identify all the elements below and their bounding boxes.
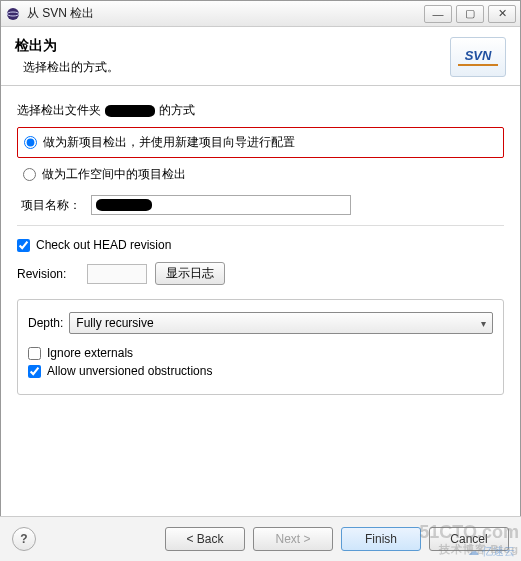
- separator: [17, 225, 504, 226]
- finish-button[interactable]: Finish: [341, 527, 421, 551]
- next-button[interactable]: Next >: [253, 527, 333, 551]
- help-button[interactable]: ?: [12, 527, 36, 551]
- redacted-project-name: [96, 199, 152, 211]
- window-title: 从 SVN 检出: [27, 5, 424, 22]
- wizard-footer: ? < Back Next > Finish Cancel: [0, 516, 521, 561]
- depth-label: Depth:: [28, 316, 63, 330]
- depth-selected-value: Fully recursive: [76, 316, 153, 330]
- titlebar: 从 SVN 检出 — ▢ ✕: [1, 1, 520, 27]
- project-name-label: 项目名称：: [21, 197, 83, 214]
- checkbox-head-revision-label: Check out HEAD revision: [36, 238, 171, 252]
- eclipse-icon: [5, 6, 21, 22]
- redacted-folder-name: [105, 105, 155, 117]
- maximize-button[interactable]: ▢: [456, 5, 484, 23]
- depth-select[interactable]: Fully recursive ▾: [69, 312, 493, 334]
- depth-group: Depth: Fully recursive ▾ Ignore external…: [17, 299, 504, 395]
- radio-new-project[interactable]: [24, 136, 37, 149]
- wizard-header: 检出为 选择检出的方式。 SVN: [1, 27, 520, 86]
- checkbox-allow-unversioned-label: Allow unversioned obstructions: [47, 364, 212, 378]
- svg-point-0: [7, 8, 19, 20]
- page-subtitle: 选择检出的方式。: [15, 59, 450, 76]
- page-title: 检出为: [15, 37, 450, 55]
- radio-workspace-project-label: 做为工作空间中的项目检出: [42, 166, 186, 183]
- folder-mode-label: 选择检出文件夹 的方式: [17, 102, 504, 119]
- minimize-button[interactable]: —: [424, 5, 452, 23]
- checkbox-allow-unversioned[interactable]: [28, 365, 41, 378]
- svn-logo: SVN: [450, 37, 506, 77]
- show-log-button[interactable]: 显示日志: [155, 262, 225, 285]
- chevron-down-icon: ▾: [481, 318, 486, 329]
- checkbox-ignore-externals[interactable]: [28, 347, 41, 360]
- radio-workspace-project[interactable]: [23, 168, 36, 181]
- cancel-button[interactable]: Cancel: [429, 527, 509, 551]
- highlighted-option: 做为新项目检出，并使用新建项目向导进行配置: [17, 127, 504, 158]
- radio-new-project-label: 做为新项目检出，并使用新建项目向导进行配置: [43, 134, 295, 151]
- back-button[interactable]: < Back: [165, 527, 245, 551]
- project-name-input[interactable]: [91, 195, 351, 215]
- revision-label: Revision:: [17, 267, 79, 281]
- revision-input[interactable]: [87, 264, 147, 284]
- close-button[interactable]: ✕: [488, 5, 516, 23]
- checkbox-head-revision[interactable]: [17, 239, 30, 252]
- checkbox-ignore-externals-label: Ignore externals: [47, 346, 133, 360]
